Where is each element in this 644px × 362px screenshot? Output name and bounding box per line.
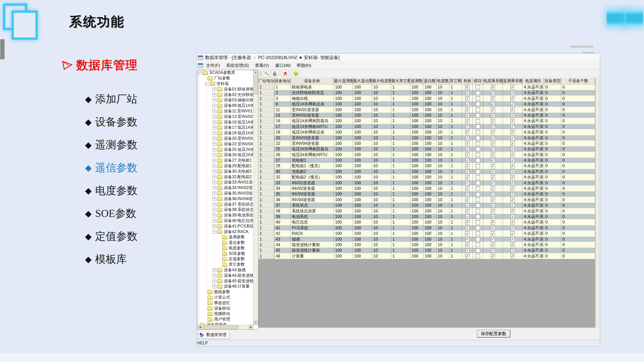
table-row[interactable]: 143烟感100100101100100101✓✓✓4:永远不清00 — [258, 237, 595, 242]
expand-box-icon[interactable]: + — [213, 180, 216, 184]
checkbox-checked-icon[interactable]: ✓ — [465, 96, 469, 101]
smiley-icon[interactable] — [292, 70, 299, 77]
table-row[interactable]: 146计算量100100101100100101✓✓✓4:永远不清00 — [258, 253, 595, 259]
checkbox-checked-icon[interactable]: ✓ — [465, 113, 469, 117]
table-row[interactable]: 122至INV04逆变器100100101100100101✓✓✓4:永远不清0… — [258, 141, 595, 146]
tree-node-label[interactable]: SCADA参数库 — [209, 70, 235, 75]
column-header[interactable]: 有效 — [462, 78, 473, 84]
expand-box-icon[interactable]: + — [213, 159, 216, 162]
checkbox-unchecked-icon[interactable] — [476, 158, 480, 162]
checkbox-checked-icon[interactable]: ✓ — [465, 164, 469, 168]
checkbox-unchecked-icon[interactable] — [476, 119, 480, 123]
tree-node[interactable]: −安科瑞 — [198, 81, 253, 87]
tree-node-label[interactable]: 设备联动 — [214, 306, 230, 311]
tree-node-label[interactable]: 设备11:至INV01逆变器 — [224, 109, 253, 114]
checkbox-checked-icon[interactable]: ✓ — [510, 231, 515, 236]
checkbox-checked-icon[interactable]: ✓ — [465, 209, 469, 213]
tree-node[interactable]: +设备36:INV04逆变器 — [198, 196, 253, 202]
tree-node-label[interactable]: 设备09:低压1#并网柜总表 — [224, 103, 253, 108]
expand-box-icon[interactable]: + — [213, 131, 216, 135]
tree-node[interactable]: +设备03:储能出线 — [198, 98, 253, 103]
column-header[interactable]: 其它数 — [450, 78, 462, 84]
tree-node-label[interactable]: 设备36:INV04逆变器 — [224, 196, 253, 202]
expand-box-icon[interactable]: + — [213, 274, 216, 278]
tree-node[interactable]: +设备22:至INV04逆变器 — [198, 141, 253, 147]
tree-node[interactable]: 曲线参数 — [198, 289, 253, 295]
tree-node-label[interactable]: 设备27:充电桩1 — [224, 158, 252, 163]
tree-node[interactable]: 厂站参数 — [198, 76, 253, 81]
checkbox-checked-icon[interactable]: ✓ — [491, 220, 495, 224]
expand-box-icon[interactable]: + — [213, 170, 216, 173]
checkbox-checked-icon[interactable]: ✓ — [510, 147, 515, 151]
tree-node[interactable]: +设备17:低压1#并网柜ARTU — [198, 125, 253, 130]
tree-node-label[interactable]: 设备42:RACK — [224, 229, 249, 235]
tree-node[interactable]: +设备26:低压2#并网柜ARTU — [198, 152, 253, 158]
checkbox-unchecked-icon[interactable] — [476, 237, 480, 241]
checkbox-checked-icon[interactable]: ✓ — [465, 91, 469, 95]
menu-item[interactable]: 查看(V) — [252, 63, 272, 68]
checkbox-checked-icon[interactable]: ✓ — [465, 119, 469, 123]
tree-node-label[interactable]: 设备20:至INV03逆变器 — [224, 136, 253, 141]
tree-node[interactable]: +设备39:电池系统 — [198, 213, 253, 218]
column-header[interactable]: 设备地址 — [274, 78, 291, 84]
checkbox-checked-icon[interactable]: ✓ — [491, 102, 495, 106]
column-header[interactable]: 锁存 — [473, 78, 483, 84]
checkbox-unchecked-icon[interactable] — [476, 91, 480, 95]
tree-node[interactable]: +设备20:至INV03逆变器 — [198, 136, 253, 142]
checkbox-checked-icon[interactable]: ✓ — [465, 136, 469, 140]
tree-node[interactable]: +设备11:至INV01逆变器 — [198, 109, 253, 114]
table-row[interactable]: 144箱变进线计量柜100100101100100101✓✓✓4:永远不清00 — [258, 242, 595, 248]
checkbox-checked-icon[interactable]: ✓ — [510, 220, 515, 224]
column-header[interactable]: 设备名称 — [291, 78, 334, 84]
checkbox-checked-icon[interactable]: ✓ — [510, 254, 515, 258]
tree-node[interactable]: SOE参数 — [198, 251, 253, 256]
checkbox-unchecked-icon[interactable] — [476, 141, 480, 146]
tree-node-label[interactable]: 遥测参数 — [229, 235, 245, 240]
checkbox-checked-icon[interactable]: ✓ — [510, 237, 515, 241]
tree-node[interactable]: +设备32:配电箱2（慢充） — [198, 174, 253, 180]
tree-node[interactable]: +设备25:低压2#并网柜防孤岛 — [198, 147, 253, 152]
tree-node-label[interactable]: 设备32:配电箱2（慢充） — [224, 174, 253, 180]
checkbox-checked-icon[interactable]: ✓ — [491, 226, 495, 230]
checkbox-checked-icon[interactable]: ✓ — [465, 102, 469, 106]
table-row[interactable]: 129配电箱1（慢充）100100101100100101✓✓✓4:永远不清00 — [258, 163, 595, 169]
tree-node[interactable]: +设备37:系统状态 — [198, 202, 253, 207]
tree-node-label[interactable]: 设备16:低压1#并网柜防孤岛 — [224, 120, 253, 125]
checkbox-unchecked-icon[interactable] — [476, 147, 480, 151]
checkbox-checked-icon[interactable]: ✓ — [491, 192, 495, 196]
column-header[interactable]: 最大遥信数 — [353, 78, 372, 84]
checkbox-unchecked-icon[interactable] — [476, 164, 480, 168]
tree-node-label[interactable]: 设备45:箱变进线计量柜 — [224, 279, 253, 284]
checkbox-unchecked-icon[interactable] — [476, 113, 480, 117]
checkbox-checked-icon[interactable]: ✓ — [491, 243, 495, 247]
checkbox-unchecked-icon[interactable] — [476, 203, 480, 207]
tree-node-label[interactable]: 设备01:联络屏电表 — [224, 87, 253, 92]
checkbox-checked-icon[interactable]: ✓ — [491, 96, 495, 101]
checkbox-checked-icon[interactable]: ✓ — [491, 231, 495, 236]
checkbox-unchecked-icon[interactable] — [476, 130, 480, 134]
table-row[interactable]: 11联络屏电表100100101100100101✓✓✓4:永远不清00 — [258, 84, 595, 90]
expand-box-icon[interactable]: + — [213, 87, 216, 91]
checkbox-checked-icon[interactable]: ✓ — [465, 141, 469, 146]
tree-node[interactable]: +设备30:充电桩2 — [198, 169, 253, 174]
table-row[interactable]: 138系统状态设置100100101100100101✓✓✓4:永远不清00 — [258, 208, 595, 214]
scroll-down-button[interactable]: ▼ — [253, 321, 258, 325]
table-row[interactable]: 145箱变进线计量柜100100101100100101✓✓✓4:永远不清00 — [258, 248, 595, 253]
menu-item[interactable]: 窗口(W) — [272, 63, 294, 68]
tree-node[interactable]: +设备35:INV03逆变器 — [198, 191, 253, 196]
checkbox-checked-icon[interactable]: ✓ — [491, 248, 495, 253]
table-row[interactable]: 140电芯信息100100101100100101✓✓✓4:永远不清00 — [258, 219, 595, 225]
checkbox-checked-icon[interactable]: ✓ — [491, 214, 495, 219]
checkbox-checked-icon[interactable]: ✓ — [465, 181, 469, 185]
collapse-box-icon[interactable]: − — [213, 230, 216, 234]
vertical-scroll-thumb[interactable] — [254, 76, 258, 94]
table-row[interactable]: 133INV01逆变器100100101100100101✓✓✓4:永远不清00 — [258, 180, 595, 186]
horizontal-scroll-thumb[interactable] — [203, 325, 238, 329]
checkbox-checked-icon[interactable]: ✓ — [491, 164, 495, 168]
checkbox-checked-icon[interactable]: ✓ — [510, 181, 515, 185]
checkbox-checked-icon[interactable]: ✓ — [491, 91, 495, 95]
tree-node[interactable]: 视频联动 — [198, 311, 253, 317]
lock-icon[interactable] — [271, 70, 278, 77]
checkbox-checked-icon[interactable]: ✓ — [491, 153, 495, 157]
table-row[interactable]: 142RACK100100101100100101✓✓✓4:永远不清00 — [258, 231, 595, 236]
